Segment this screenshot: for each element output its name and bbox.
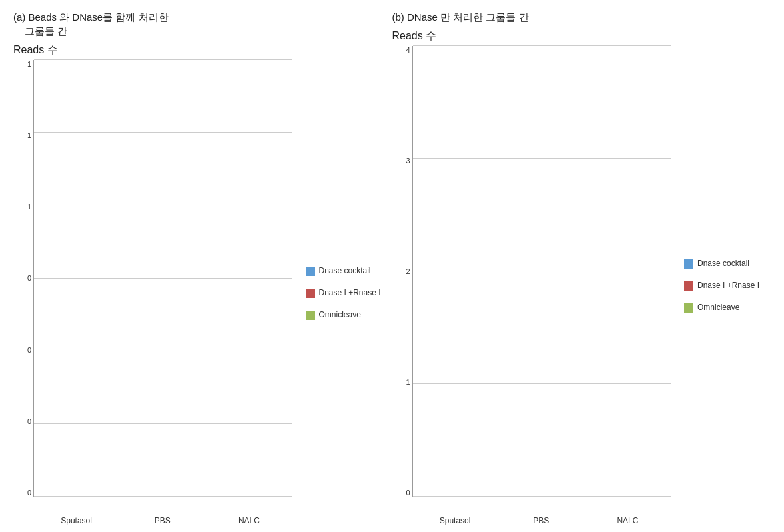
legend-label-dnase-i-rnase: Dnase I +Rnase I <box>319 288 381 297</box>
y-label: 1 <box>392 378 410 386</box>
grid-line <box>34 205 292 205</box>
x-label-nalc-b: NALC <box>584 514 671 525</box>
y-label: 1 <box>13 131 31 139</box>
chart-b-grid <box>413 46 671 497</box>
chart-b-legend: Dnase cocktail Dnase I +Rnase I Omniclea… <box>677 46 771 525</box>
legend-color-green <box>306 311 315 320</box>
chart-a-title: (a) Beads 와 DNase를 함께 처리한 그룹들 간 <box>13 7 392 38</box>
legend-label-dnase-cocktail: Dnase cocktail <box>319 266 371 275</box>
legend-color-blue-b <box>684 259 693 269</box>
x-label-pbs-b: PBS <box>498 514 584 525</box>
x-label-pbs: PBS <box>119 514 206 525</box>
legend-color-red-b <box>684 281 693 291</box>
chart-a-area: 1 1 1 0 0 0 0 <box>13 60 392 525</box>
grid-line <box>413 271 671 271</box>
y-label: 0 <box>13 274 31 282</box>
x-label-nalc: NALC <box>206 514 292 525</box>
chart-b-with-legend: 4 3 2 1 0 <box>392 46 771 525</box>
y-label: 3 <box>392 157 410 165</box>
chart-section-b: (b) DNase 만 처리한 그룹들 간 Reads 수 4 3 2 1 <box>392 7 771 525</box>
y-label: 1 <box>13 60 31 68</box>
legend-item-dnase-cocktail: Dnase cocktail <box>306 266 392 276</box>
grid-line <box>34 496 292 497</box>
chart-b-title: (b) DNase 만 처리한 그룹들 간 <box>392 7 771 24</box>
chart-b-x-labels: Sputasol PBS NALC <box>412 514 671 525</box>
chart-a-x-labels: Sputasol PBS NALC <box>33 514 292 525</box>
chart-a-grid <box>34 60 292 497</box>
legend-label-dnase-cocktail-b: Dnase cocktail <box>697 259 749 268</box>
legend-item-dnase-i-rnase: Dnase I +Rnase I <box>306 288 392 298</box>
chart-a-legend: Dnase cocktail Dnase I +Rnase I Omniclea… <box>299 60 392 525</box>
y-label: 1 <box>13 203 31 211</box>
legend-item-dnase-cocktail-b: Dnase cocktail <box>684 259 771 269</box>
legend-item-omnicleave-b: Omnicleave <box>684 303 771 313</box>
chart-b-reads-label: Reads 수 <box>392 29 771 43</box>
chart-section-a: (a) Beads 와 DNase를 함께 처리한 그룹들 간 Reads 수 … <box>13 7 392 525</box>
x-label-sputasol-b: Sputasol <box>412 514 498 525</box>
grid-line <box>413 45 671 46</box>
y-label: 0 <box>13 489 31 497</box>
legend-color-green-b <box>684 303 693 313</box>
y-label: 0 <box>392 489 410 497</box>
chart-a-with-legend: 1 1 1 0 0 0 0 <box>13 60 392 525</box>
main-container: (a) Beads 와 DNase를 함께 처리한 그룹들 간 Reads 수 … <box>0 0 784 532</box>
y-label: 0 <box>13 417 31 425</box>
chart-b-area: 4 3 2 1 0 <box>392 46 771 525</box>
grid-line <box>413 496 671 497</box>
legend-item-omnicleave: Omnicleave <box>306 310 392 320</box>
chart-b-inner: 4 3 2 1 0 <box>392 46 678 525</box>
chart-a-y-labels: 1 1 1 0 0 0 0 <box>13 60 31 497</box>
grid-line <box>34 132 292 133</box>
chart-a-inner: 1 1 1 0 0 0 0 <box>13 60 299 525</box>
y-label: 4 <box>392 46 410 54</box>
chart-b-y-labels: 4 3 2 1 0 <box>392 46 410 497</box>
y-label: 2 <box>392 267 410 275</box>
legend-label-omnicleave-b: Omnicleave <box>697 303 739 312</box>
legend-label-dnase-i-rnase-b: Dnase I +Rnase I <box>697 281 759 290</box>
chart-a-reads-label: Reads 수 <box>13 43 392 57</box>
grid-line <box>34 423 292 424</box>
grid-line <box>413 383 671 384</box>
grid-line <box>34 278 292 279</box>
chart-b-plot: 4 3 2 1 0 <box>412 46 671 497</box>
grid-line <box>34 351 292 351</box>
grid-line <box>34 59 292 60</box>
chart-a-plot: 1 1 1 0 0 0 0 <box>33 60 292 497</box>
legend-label-omnicleave: Omnicleave <box>319 310 361 319</box>
x-label-sputasol: Sputasol <box>33 514 119 525</box>
legend-item-dnase-i-rnase-b: Dnase I +Rnase I <box>684 281 771 291</box>
legend-color-blue <box>306 267 315 276</box>
legend-color-red <box>306 289 315 298</box>
grid-line <box>413 158 671 159</box>
y-label: 0 <box>13 346 31 354</box>
